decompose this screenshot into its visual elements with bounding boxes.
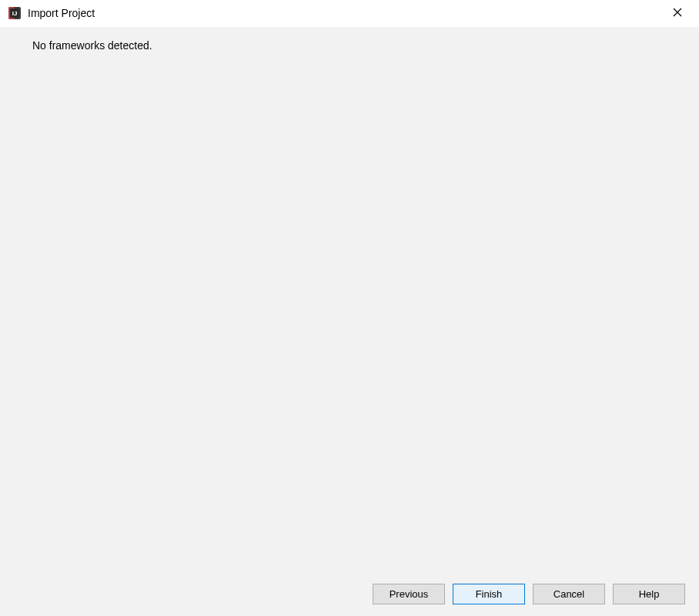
previous-button[interactable]: Previous: [373, 584, 445, 604]
cancel-button[interactable]: Cancel: [533, 584, 605, 604]
window-title: Import Project: [28, 7, 662, 19]
app-icon: IJ: [8, 6, 22, 20]
help-button[interactable]: Help: [613, 584, 685, 604]
finish-button[interactable]: Finish: [453, 584, 525, 604]
close-button[interactable]: [662, 2, 693, 25]
button-bar: Previous Finish Cancel Help: [0, 578, 699, 616]
svg-text:IJ: IJ: [12, 10, 18, 17]
status-message: No frameworks detected.: [15, 39, 684, 52]
close-icon: [673, 8, 682, 19]
content-area: No frameworks detected.: [0, 27, 699, 578]
titlebar: IJ Import Project: [0, 0, 699, 27]
